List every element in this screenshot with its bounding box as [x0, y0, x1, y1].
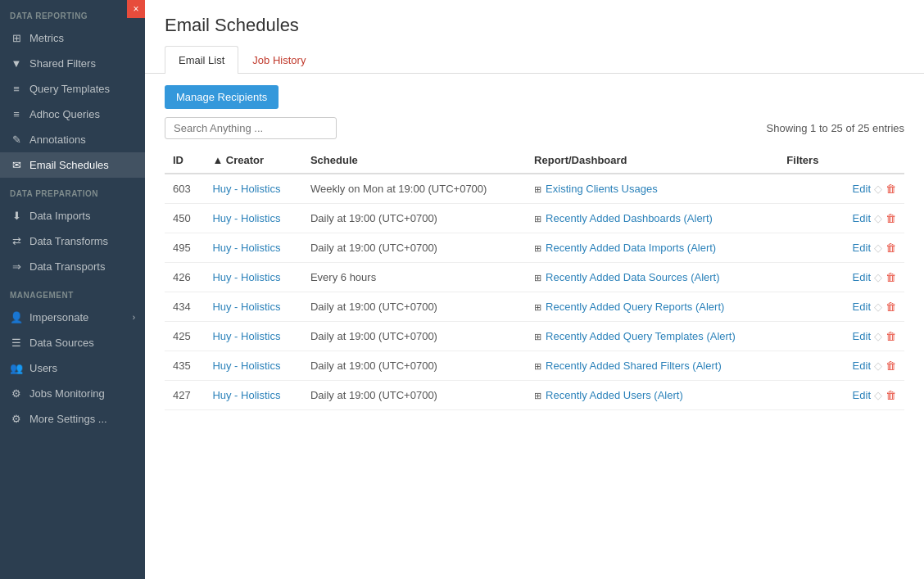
sidebar-item-label: Data Transports — [29, 260, 106, 273]
sidebar-item-query-templates[interactable]: ≡Query Templates — [0, 76, 145, 102]
action-separator: ◇ — [874, 183, 882, 195]
delete-button[interactable]: 🗑 — [886, 242, 896, 254]
dashboard-icon: ⊞ — [534, 214, 541, 224]
col-creator[interactable]: ▲ Creator — [204, 147, 302, 174]
report-link[interactable]: Recently Added Query Reports (Alert) — [546, 301, 724, 313]
delete-button[interactable]: 🗑 — [886, 330, 896, 342]
sidebar-item-annotations[interactable]: ✎Annotations — [0, 127, 145, 152]
edit-button[interactable]: Edit — [853, 360, 871, 372]
table-body: 603Huy - HolisticsWeekly on Mon at 19:00… — [165, 174, 904, 410]
tab-job-history[interactable]: Job History — [238, 46, 319, 74]
report-link[interactable]: Recently Added Data Sources (Alert) — [546, 271, 719, 283]
delete-button[interactable]: 🗑 — [886, 271, 896, 283]
creator-link[interactable]: Huy - Holistics — [212, 242, 280, 254]
report-link[interactable]: Recently Added Dashboards (Alert) — [546, 212, 713, 224]
sidebar-item-more-settings[interactable]: ⚙More Settings ... — [0, 406, 145, 432]
report-link[interactable]: Existing Clients Usages — [546, 183, 658, 195]
creator-link[interactable]: Huy - Holistics — [212, 183, 280, 195]
cell-schedule: Every 6 hours — [302, 263, 526, 292]
data-imports-icon: ⬇ — [10, 210, 23, 222]
edit-button[interactable]: Edit — [853, 242, 871, 254]
creator-link[interactable]: Huy - Holistics — [212, 389, 280, 401]
sidebar-item-data-transforms[interactable]: ⇄Data Transforms — [0, 228, 145, 254]
cell-actions: Edit◇🗑 — [835, 381, 904, 410]
cell-actions: Edit◇🗑 — [835, 204, 904, 233]
col-filters: Filters — [778, 147, 834, 174]
edit-button[interactable]: Edit — [853, 301, 871, 313]
query-templates-icon: ≡ — [10, 83, 23, 95]
cell-id: 435 — [165, 351, 204, 381]
tab-email-list[interactable]: Email List — [165, 46, 238, 74]
report-link[interactable]: Recently Added Users (Alert) — [546, 389, 683, 401]
sidebar-item-shared-filters[interactable]: ▼Shared Filters — [0, 51, 145, 76]
cell-actions: Edit◇🗑 — [835, 292, 904, 322]
cell-actions: Edit◇🗑 — [835, 233, 904, 263]
cell-actions: Edit◇🗑 — [835, 351, 904, 381]
search-count-row: Showing 1 to 25 of 25 entries — [145, 117, 924, 147]
delete-button[interactable]: 🗑 — [886, 212, 896, 224]
table-row: 435Huy - HolisticsDaily at 19:00 (UTC+07… — [165, 351, 904, 381]
sidebar-item-adhoc-queries[interactable]: ≡Adhoc Queries — [0, 102, 145, 127]
creator-link[interactable]: Huy - Holistics — [212, 271, 280, 283]
edit-button[interactable]: Edit — [853, 212, 871, 224]
cell-creator: Huy - Holistics — [204, 292, 302, 322]
sidebar-item-data-imports[interactable]: ⬇Data Imports — [0, 203, 145, 228]
sidebar-item-data-transports[interactable]: ⇒Data Transports — [0, 254, 145, 279]
creator-link[interactable]: Huy - Holistics — [212, 212, 280, 224]
sidebar-item-label: Data Imports — [29, 210, 90, 222]
sidebar-item-email-schedules[interactable]: ✉Email Schedules — [0, 152, 145, 178]
email-schedules-icon: ✉ — [10, 159, 23, 171]
cell-filters — [778, 381, 834, 410]
table-row: 427Huy - HolisticsDaily at 19:00 (UTC+07… — [165, 381, 904, 410]
table-container: ID ▲ Creator Schedule Report/Dashboard F… — [145, 147, 924, 579]
report-link[interactable]: Recently Added Query Templates (Alert) — [546, 330, 736, 342]
delete-button[interactable]: 🗑 — [886, 301, 896, 313]
sidebar: × Data Reporting⊞Metrics▼Shared Filters≡… — [0, 0, 145, 579]
sidebar-section-label: Data Reporting — [0, 0, 145, 25]
sidebar-item-metrics[interactable]: ⊞Metrics — [0, 25, 145, 51]
cell-id: 450 — [165, 204, 204, 233]
cell-creator: Huy - Holistics — [204, 351, 302, 381]
sidebar-item-impersonate[interactable]: 👤Impersonate› — [0, 305, 145, 330]
search-input[interactable] — [165, 117, 337, 139]
edit-button[interactable]: Edit — [853, 271, 871, 283]
cell-schedule: Daily at 19:00 (UTC+0700) — [302, 322, 526, 351]
action-separator: ◇ — [874, 212, 882, 224]
edit-button[interactable]: Edit — [853, 330, 871, 342]
cell-actions: Edit◇🗑 — [835, 174, 904, 204]
delete-button[interactable]: 🗑 — [886, 389, 896, 401]
sidebar-section-label: Data Preparation — [0, 178, 145, 203]
cell-filters — [778, 263, 834, 292]
sidebar-item-users[interactable]: 👥Users — [0, 355, 145, 381]
action-separator: ◇ — [874, 242, 882, 254]
delete-button[interactable]: 🗑 — [886, 183, 896, 195]
more-settings-icon: ⚙ — [10, 413, 23, 425]
dashboard-icon: ⊞ — [534, 302, 541, 312]
cell-creator: Huy - Holistics — [204, 233, 302, 263]
close-icon[interactable]: × — [127, 0, 145, 18]
cell-id: 426 — [165, 263, 204, 292]
edit-button[interactable]: Edit — [853, 183, 871, 195]
shared-filters-icon: ▼ — [10, 57, 23, 70]
report-link[interactable]: Recently Added Shared Filters (Alert) — [546, 360, 722, 372]
sidebar-item-label: Impersonate — [29, 311, 88, 323]
delete-button[interactable]: 🗑 — [886, 360, 896, 372]
creator-link[interactable]: Huy - Holistics — [212, 330, 280, 342]
cell-report: ⊞Recently Added Data Imports (Alert) — [526, 233, 778, 263]
sidebar-section-label: Management — [0, 279, 145, 305]
jobs-monitoring-icon: ⚙ — [10, 387, 23, 400]
report-link[interactable]: Recently Added Data Imports (Alert) — [546, 242, 716, 254]
toolbar: Manage Recipients — [145, 74, 924, 117]
edit-button[interactable]: Edit — [853, 389, 871, 401]
creator-link[interactable]: Huy - Holistics — [212, 360, 280, 372]
adhoc-queries-icon: ≡ — [10, 108, 23, 120]
sidebar-item-data-sources[interactable]: ☰Data Sources — [0, 330, 145, 355]
manage-recipients-button[interactable]: Manage Recipients — [165, 85, 279, 109]
sidebar-item-jobs-monitoring[interactable]: ⚙Jobs Monitoring — [0, 381, 145, 406]
cell-id: 425 — [165, 322, 204, 351]
sidebar-item-label: Query Templates — [29, 83, 110, 95]
creator-link[interactable]: Huy - Holistics — [212, 301, 280, 313]
data-transforms-icon: ⇄ — [10, 235, 23, 247]
cell-report: ⊞Recently Added Shared Filters (Alert) — [526, 351, 778, 381]
cell-filters — [778, 322, 834, 351]
